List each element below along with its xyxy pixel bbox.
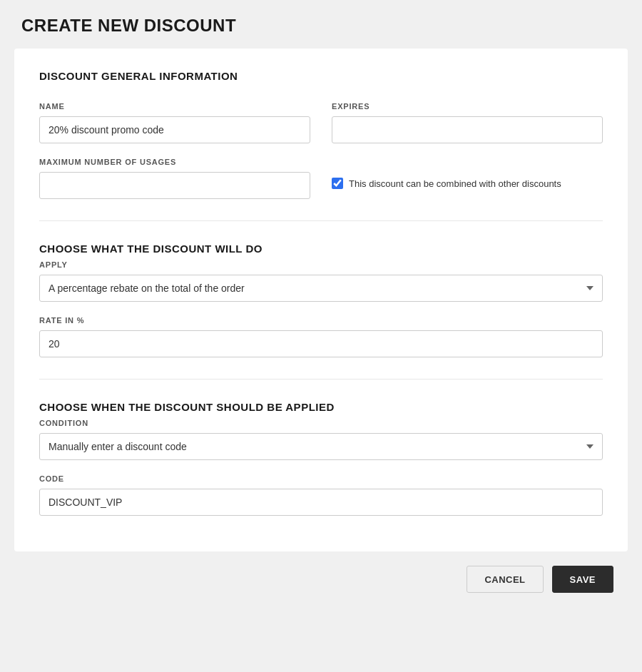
- page-header: CREATE NEW DISCOUNT: [0, 0, 642, 49]
- condition-row: CONDITION Manually enter a discount code: [39, 419, 603, 460]
- condition-group: CONDITION Manually enter a discount code: [39, 419, 603, 460]
- footer-buttons: CANCEL SAVE: [14, 551, 628, 607]
- name-group: NAME: [39, 102, 310, 143]
- combine-row: This discount can be combined with other…: [332, 158, 603, 189]
- apply-row: APPLY A percentage rebate on the total o…: [39, 260, 603, 302]
- max-usages-label: MAXIMUM NUMBER OF USAGES: [39, 158, 310, 166]
- section-discount-condition-title: CHOOSE WHEN THE DISCOUNT SHOULD BE APPLI…: [39, 401, 603, 413]
- section-discount-action: CHOOSE WHAT THE DISCOUNT WILL DO APPLY A…: [39, 243, 603, 357]
- code-input[interactable]: [39, 489, 603, 516]
- condition-label: CONDITION: [39, 419, 603, 427]
- code-row: CODE: [39, 474, 603, 516]
- rate-label: RATE IN %: [39, 316, 603, 325]
- apply-select[interactable]: A percentage rebate on the total of the …: [39, 275, 603, 302]
- section-general-info: DISCOUNT GENERAL INFORMATION NAME EXPIRE…: [39, 70, 603, 199]
- apply-label: APPLY: [39, 260, 603, 269]
- save-button[interactable]: SAVE: [552, 566, 613, 593]
- max-usages-group: MAXIMUM NUMBER OF USAGES: [39, 158, 310, 199]
- cancel-button[interactable]: CANCEL: [467, 566, 543, 593]
- expires-group: EXPIRES: [332, 102, 603, 143]
- name-expires-row: NAME EXPIRES: [39, 102, 603, 143]
- code-label: CODE: [39, 474, 603, 483]
- max-usages-input[interactable]: [39, 172, 310, 199]
- apply-group: APPLY A percentage rebate on the total o…: [39, 260, 603, 302]
- section-discount-action-title: CHOOSE WHAT THE DISCOUNT WILL DO: [39, 243, 603, 255]
- rate-row: RATE IN %: [39, 316, 603, 357]
- section-discount-condition: CHOOSE WHEN THE DISCOUNT SHOULD BE APPLI…: [39, 401, 603, 516]
- rate-group: RATE IN %: [39, 316, 603, 357]
- combine-label: This discount can be combined with other…: [349, 178, 561, 189]
- rate-input[interactable]: [39, 330, 603, 357]
- combine-checkbox[interactable]: [332, 178, 343, 189]
- code-group: CODE: [39, 474, 603, 516]
- section-general-info-title: DISCOUNT GENERAL INFORMATION: [39, 70, 603, 82]
- name-label: NAME: [39, 102, 310, 111]
- name-input[interactable]: [39, 116, 310, 143]
- divider-1: [39, 220, 603, 221]
- divider-2: [39, 379, 603, 380]
- expires-label: EXPIRES: [332, 102, 603, 111]
- expires-input[interactable]: [332, 116, 603, 143]
- max-usages-combine-row: MAXIMUM NUMBER OF USAGES This discount c…: [39, 158, 603, 199]
- page-title: CREATE NEW DISCOUNT: [21, 16, 621, 36]
- page-content: DISCOUNT GENERAL INFORMATION NAME EXPIRE…: [0, 49, 642, 621]
- combine-group: This discount can be combined with other…: [332, 158, 603, 199]
- condition-select[interactable]: Manually enter a discount code: [39, 433, 603, 460]
- main-card: DISCOUNT GENERAL INFORMATION NAME EXPIRE…: [14, 49, 628, 551]
